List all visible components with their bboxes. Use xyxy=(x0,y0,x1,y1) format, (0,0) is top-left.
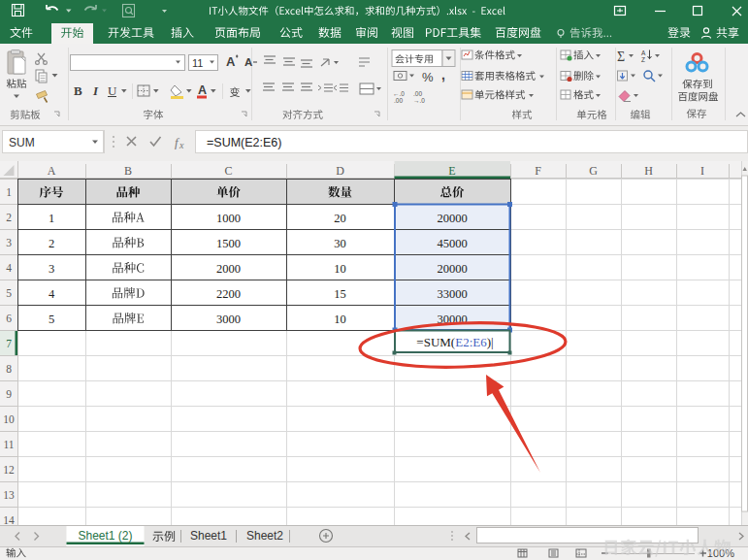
svg-text:2000: 2000 xyxy=(216,262,241,276)
svg-text:A: A xyxy=(244,56,252,68)
svg-text:→.0: →.0 xyxy=(413,97,425,104)
svg-text:x: x xyxy=(179,140,184,150)
svg-text:U: U xyxy=(108,83,117,98)
svg-text:10: 10 xyxy=(3,413,15,425)
svg-text:13: 13 xyxy=(3,489,15,501)
svg-text:3000: 3000 xyxy=(216,313,241,326)
svg-text:E: E xyxy=(448,164,455,178)
svg-text:,: , xyxy=(441,67,445,82)
svg-text:G: G xyxy=(589,164,598,178)
svg-text:Z: Z xyxy=(641,56,645,63)
svg-text:Sheet2: Sheet2 xyxy=(246,529,283,543)
svg-text:1000: 1000 xyxy=(216,212,241,225)
svg-text:Sheet1 (2): Sheet1 (2) xyxy=(78,529,132,543)
svg-text:A: A xyxy=(48,164,56,178)
svg-text:A: A xyxy=(226,54,236,69)
svg-text:SUM: SUM xyxy=(9,136,35,149)
svg-text:30: 30 xyxy=(334,237,346,250)
svg-text:H: H xyxy=(644,164,653,178)
svg-text:8: 8 xyxy=(6,363,12,375)
svg-text:20: 20 xyxy=(334,212,346,225)
svg-text:10: 10 xyxy=(334,262,346,276)
svg-text:45000: 45000 xyxy=(437,237,467,250)
svg-text:Sheet1: Sheet1 xyxy=(190,529,227,543)
svg-text:11: 11 xyxy=(192,57,203,69)
svg-text:←.0: ←.0 xyxy=(393,90,405,97)
svg-text:1: 1 xyxy=(49,212,54,225)
svg-text:6: 6 xyxy=(6,313,12,324)
svg-text:1: 1 xyxy=(6,186,12,198)
svg-text:20000: 20000 xyxy=(437,212,467,225)
svg-text:7: 7 xyxy=(6,338,12,349)
svg-text:2: 2 xyxy=(6,212,12,223)
svg-text:C: C xyxy=(224,164,232,178)
svg-text:=SUM(E2:E6)|: =SUM(E2:E6)| xyxy=(416,335,493,349)
svg-text:20000: 20000 xyxy=(437,262,467,276)
svg-text:B: B xyxy=(124,164,132,178)
svg-text:3: 3 xyxy=(6,237,12,248)
svg-text:A: A xyxy=(641,49,646,56)
svg-text:2: 2 xyxy=(49,237,54,250)
svg-text:3: 3 xyxy=(49,262,54,276)
svg-text:2200: 2200 xyxy=(216,287,241,301)
svg-text:B: B xyxy=(74,83,82,98)
svg-text:I: I xyxy=(700,164,704,178)
svg-text:10: 10 xyxy=(334,313,346,326)
svg-text:5: 5 xyxy=(6,287,12,299)
svg-text:5: 5 xyxy=(49,313,54,326)
svg-text:1500: 1500 xyxy=(216,237,241,250)
svg-text:I: I xyxy=(92,83,99,98)
svg-text:12: 12 xyxy=(3,464,15,476)
svg-text:9: 9 xyxy=(6,388,12,400)
svg-text:Σ: Σ xyxy=(617,49,625,64)
svg-text:.00: .00 xyxy=(394,97,403,104)
svg-text:11: 11 xyxy=(3,439,14,450)
svg-text:4: 4 xyxy=(6,262,12,274)
svg-text:15: 15 xyxy=(334,287,346,301)
svg-text:D: D xyxy=(336,164,344,178)
svg-text:.00: .00 xyxy=(413,90,422,97)
svg-text:A: A xyxy=(198,83,207,97)
svg-text:F: F xyxy=(535,164,541,178)
svg-text:=SUM(E2:E6): =SUM(E2:E6) xyxy=(207,136,281,149)
svg-text:14: 14 xyxy=(3,514,15,526)
svg-text:33000: 33000 xyxy=(437,287,467,301)
svg-text:4: 4 xyxy=(49,287,55,301)
svg-text:%: % xyxy=(422,70,434,84)
